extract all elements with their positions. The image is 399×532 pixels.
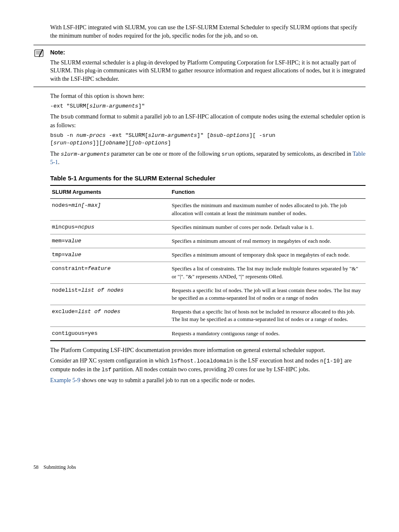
argument-cell: constraint=feature bbox=[50, 262, 170, 283]
table-row: tmp=valueSpecifies a minimum amount of t… bbox=[50, 248, 366, 262]
note-icon bbox=[33, 49, 46, 59]
argument-cell: nodelist=list of nodes bbox=[50, 283, 170, 305]
bsub-code: bsub -n num-procs -ext "SLURM[slurm-argu… bbox=[50, 132, 366, 147]
table-row: mincpus=ncpusSpecifies minimum number of… bbox=[50, 220, 366, 234]
function-cell: Requests a mandatory contiguous range of… bbox=[170, 326, 366, 341]
example-paragraph: Example 5-9 shows one way to submit a pa… bbox=[50, 376, 366, 385]
slurm-arguments-table: SLURM Arguments Function nodes=min[-max]… bbox=[50, 185, 366, 341]
argument-cell: nodes=min[-max] bbox=[50, 199, 170, 220]
table-row: exclude=list of nodesRequests that a spe… bbox=[50, 305, 366, 326]
format-code: -ext "SLURM[slurm-arguments]" bbox=[50, 103, 366, 110]
table-row: contiguous=yesRequests a mandatory conti… bbox=[50, 326, 366, 341]
table-header-arguments: SLURM Arguments bbox=[50, 185, 170, 199]
argument-cell: mem=value bbox=[50, 234, 170, 248]
table-header-function: Function bbox=[170, 185, 366, 199]
table-title: Table 5-1 Arguments for the SLURM Extern… bbox=[50, 174, 366, 182]
table-row: mem=valueSpecifies a minimum amount of r… bbox=[50, 234, 366, 248]
format-intro: The format of this option is shown here: bbox=[50, 92, 366, 100]
table-row: constraint=featureSpecifies a list of co… bbox=[50, 262, 366, 283]
argument-cell: contiguous=yes bbox=[50, 326, 170, 341]
function-cell: Specifies a minimum amount of real memor… bbox=[170, 234, 366, 248]
argument-cell: mincpus=ncpus bbox=[50, 220, 170, 234]
note-heading: Note: bbox=[50, 49, 366, 57]
table-row: nodes=min[-max]Specifies the minimum and… bbox=[50, 199, 366, 220]
example-5-9-link[interactable]: Example 5-9 bbox=[50, 377, 80, 383]
function-cell: Requests a specific list of nodes. The j… bbox=[170, 283, 366, 305]
page-footer: 58 Submitting Jobs bbox=[33, 464, 366, 471]
note-box: Note: The SLURM external scheduler is a … bbox=[33, 45, 366, 87]
after-table-p2: Consider an HP XC system configuration i… bbox=[50, 357, 366, 373]
function-cell: Specifies a list of constraints. The lis… bbox=[170, 262, 366, 283]
page-number: 58 bbox=[33, 464, 38, 470]
function-cell: Specifies minimum number of cores per no… bbox=[170, 220, 366, 234]
intro-paragraph: With LSF-HPC integrated with SLURM, you … bbox=[50, 23, 366, 40]
argument-cell: tmp=value bbox=[50, 248, 170, 262]
after-table-p1: The Platform Computing LSF-HPC documenta… bbox=[50, 346, 366, 355]
function-cell: Requests that a specific list of hosts n… bbox=[170, 305, 366, 326]
table-row: nodelist=list of nodesRequests a specifi… bbox=[50, 283, 366, 305]
document-content: With LSF-HPC integrated with SLURM, you … bbox=[50, 23, 366, 384]
chapter-name: Submitting Jobs bbox=[43, 464, 76, 470]
argument-cell: exclude=list of nodes bbox=[50, 305, 170, 326]
slurm-args-paragraph: The slurm-arguments parameter can be one… bbox=[50, 150, 366, 167]
function-cell: Specifies a minimum amount of temporary … bbox=[170, 248, 366, 262]
function-cell: Specifies the minimum and maximum number… bbox=[170, 199, 366, 220]
note-body-text: The SLURM external scheduler is a plug-i… bbox=[50, 59, 366, 83]
bsub-intro: The bsub command format to submit a para… bbox=[50, 113, 366, 129]
